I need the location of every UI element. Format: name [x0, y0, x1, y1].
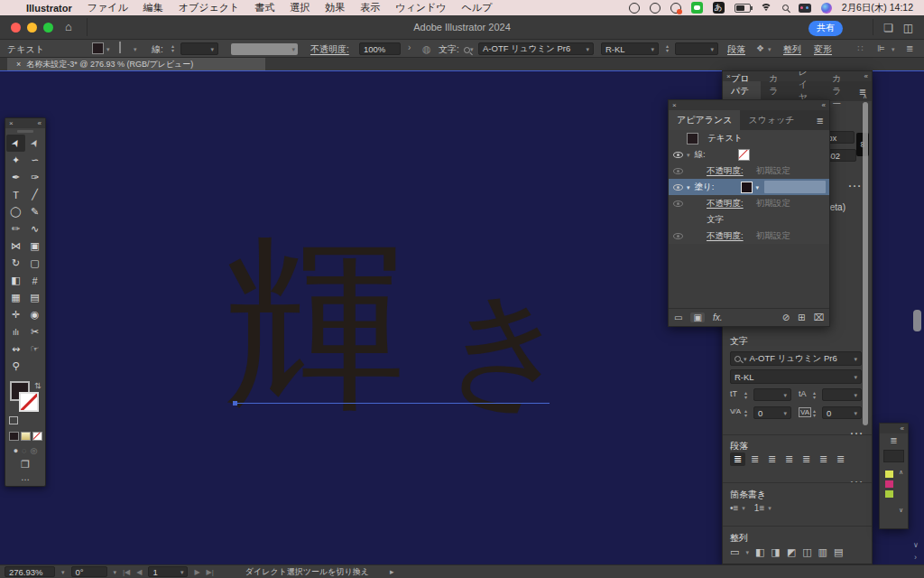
rotate-tool[interactable]: ↻: [6, 255, 25, 272]
font-size-field-panel[interactable]: ▾: [753, 388, 791, 401]
selection-tool[interactable]: ➤: [6, 135, 25, 152]
opacity-field[interactable]: 100%: [359, 42, 401, 55]
panel-scroll-up-icon[interactable]: ∧: [863, 93, 867, 100]
align-right-button[interactable]: ≣: [764, 452, 780, 466]
font-family-field[interactable]: A-OTF リュウミン Pr6▾: [478, 42, 594, 55]
variable-width-profile-dropdown[interactable]: ▾: [231, 43, 298, 55]
paragraph-icon[interactable]: ❖: [756, 43, 764, 53]
menu-select[interactable]: 選択: [290, 1, 310, 14]
paintbrush-tool[interactable]: ✎: [25, 203, 44, 220]
draw-normal-mode-icon[interactable]: ●: [14, 446, 18, 455]
reflect-tool[interactable]: ⋈: [6, 238, 25, 255]
align-h-right-button[interactable]: ◩: [787, 546, 796, 558]
spotlight-icon[interactable]: [782, 5, 789, 11]
stroke-visibility-eye-icon[interactable]: [673, 152, 683, 158]
mini-panel-collapse-icon[interactable]: «: [901, 424, 904, 433]
shape-builder-tool[interactable]: ◧: [6, 272, 25, 289]
stroke-color-swatch[interactable]: [119, 42, 121, 53]
siri-icon[interactable]: [821, 3, 832, 14]
leading-stepper[interactable]: ▴▾: [813, 391, 816, 399]
lasso-tool[interactable]: ∽: [25, 152, 44, 169]
pen-tool[interactable]: ✒: [6, 169, 25, 186]
first-artboard-icon[interactable]: |◀: [123, 568, 130, 576]
canvas-text-small[interactable]: き: [442, 285, 571, 412]
magic-wand-tool[interactable]: ✦: [6, 152, 25, 169]
fill-swatch-chevron-icon[interactable]: ▾: [755, 184, 759, 191]
stroke-opacity-eye-icon[interactable]: [673, 168, 683, 174]
font-style-field[interactable]: R-KL▾: [601, 42, 659, 55]
align-v-center-button[interactable]: ▥: [818, 546, 827, 558]
appearance-characters-row[interactable]: 文字: [669, 211, 829, 228]
zoom-level-field[interactable]: 276.93%: [5, 566, 55, 577]
draw-behind-mode-icon[interactable]: ◌: [22, 446, 26, 455]
properties-collapse-icon[interactable]: «: [864, 72, 868, 80]
appearance-fill-opacity-row[interactable]: 不透明度: 初期設定: [669, 195, 829, 211]
perspective-grid-tool[interactable]: #: [25, 272, 44, 289]
prev-artboard-icon[interactable]: ◀: [136, 568, 142, 576]
canvas-scroll-right-icon[interactable]: ›: [914, 553, 917, 562]
transform-more-icon[interactable]: …: [847, 174, 862, 191]
text-opacity-eye-icon[interactable]: [673, 233, 683, 239]
character-font-field[interactable]: ▾ A-OTF リュウミン Pr6 ▾: [730, 351, 862, 366]
appearance-stroke-row[interactable]: ▾ 線:: [669, 146, 829, 163]
paragraph-more-icon[interactable]: …: [849, 471, 864, 487]
last-artboard-icon[interactable]: ▶|: [207, 568, 214, 576]
appearance-text-opacity-row[interactable]: 不透明度: 初期設定: [669, 228, 829, 244]
character-panel-icon[interactable]: ≣: [906, 43, 913, 53]
zoom-tool[interactable]: ⚲: [6, 358, 25, 375]
blend-tool[interactable]: ◉: [25, 306, 44, 323]
fill-swatch-hitarea[interactable]: [764, 181, 826, 193]
font-size-stepper[interactable]: ▴▾: [666, 44, 669, 52]
align-to-chevron-icon[interactable]: ▾: [745, 549, 749, 555]
status-play-icon[interactable]: ▸: [390, 567, 394, 576]
none-button[interactable]: [32, 432, 42, 441]
zoom-chevron-icon[interactable]: ▾: [61, 569, 65, 575]
appearance-close-icon[interactable]: ×: [672, 101, 677, 109]
rotation-field[interactable]: 0°: [71, 566, 107, 577]
stroke-chevron-icon[interactable]: ▾: [134, 46, 137, 52]
stroke-weight-stepper[interactable]: ▴▾: [171, 44, 174, 52]
arrange-documents-icon[interactable]: ❏: [883, 22, 893, 34]
tab-properties[interactable]: プロパティ: [723, 81, 761, 101]
swatch-chip-yellow[interactable]: [885, 471, 893, 478]
screen-mode-icon[interactable]: ❐: [5, 459, 45, 471]
character-style-field[interactable]: R-KL ▾: [730, 369, 862, 384]
swatch-chip-magenta[interactable]: [885, 480, 893, 488]
properties-close-icon[interactable]: ×: [726, 72, 731, 80]
stroke-weight-field[interactable]: ▾: [180, 42, 218, 55]
menu-illustrator[interactable]: Illustrator: [26, 3, 72, 14]
artboard-number-field[interactable]: 1▾: [148, 566, 188, 577]
leading-field[interactable]: ▾: [822, 388, 862, 401]
numbered-list-button[interactable]: 1≡: [754, 503, 764, 513]
type-tool[interactable]: T: [6, 186, 25, 203]
gradient-tool[interactable]: ▤: [25, 289, 44, 306]
stroke-proxy-swatch[interactable]: [19, 392, 39, 412]
font-size-stepper-panel[interactable]: ▴▾: [744, 391, 747, 399]
fill-chevron-icon[interactable]: ▾: [106, 46, 110, 52]
control-center-icon[interactable]: [799, 4, 811, 13]
next-artboard-icon[interactable]: ▶: [194, 568, 199, 576]
draw-inside-mode-icon[interactable]: ◎: [30, 446, 37, 455]
glyph-options-chevron-icon[interactable]: ▾: [892, 46, 895, 52]
direct-selection-tool[interactable]: ➤: [25, 135, 44, 152]
baseline-anchor-point[interactable]: [233, 401, 237, 406]
share-button[interactable]: 共有: [808, 21, 843, 36]
width-tool[interactable]: ↭: [6, 340, 25, 358]
align-panel-link[interactable]: 整列: [783, 43, 801, 56]
menu-edit[interactable]: 編集: [143, 1, 163, 14]
ellipse-tool[interactable]: ◯: [6, 203, 25, 220]
menu-type[interactable]: 書式: [254, 1, 274, 14]
font-size-field[interactable]: ▾: [675, 42, 718, 55]
paragraph-panel-link[interactable]: 段落: [727, 43, 745, 56]
rotation-chevron-icon[interactable]: ▾: [114, 569, 117, 575]
appearance-menu-icon[interactable]: ≣: [811, 110, 829, 130]
swatch-chip-green[interactable]: [885, 490, 893, 498]
justify-right-button[interactable]: ≣: [816, 452, 831, 466]
opacity-expand-icon[interactable]: ›: [408, 42, 411, 52]
justify-left-button[interactable]: ≣: [781, 452, 797, 466]
wifi-icon[interactable]: [761, 4, 772, 13]
canvas-vertical-scrollbar[interactable]: [913, 310, 921, 331]
delete-item-icon[interactable]: ⌧: [813, 312, 824, 322]
appearance-collapse-icon[interactable]: «: [822, 101, 826, 109]
menu-effect[interactable]: 効果: [325, 1, 345, 14]
